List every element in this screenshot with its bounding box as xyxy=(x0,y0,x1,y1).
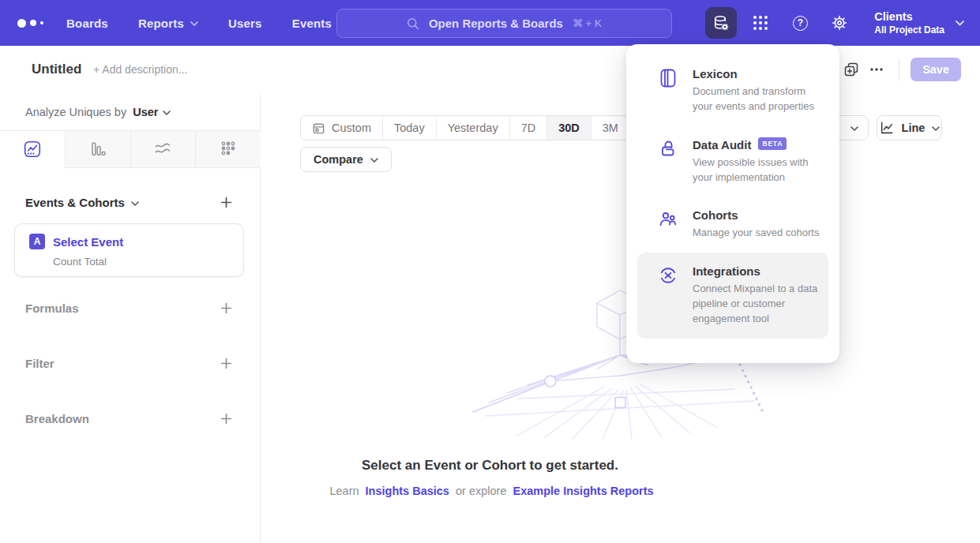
analyze-unit-value: User xyxy=(133,106,158,118)
navbar-right: ? Clients All Project Data xyxy=(705,0,980,46)
add-event-button[interactable] xyxy=(216,193,236,212)
add-formula-button[interactable] xyxy=(216,298,236,318)
nav-boards-label: Boards xyxy=(66,17,108,30)
chart-style-value: Line xyxy=(902,122,926,134)
menu-item-description: Connect Mixpanel to a data pipeline or c… xyxy=(693,282,820,327)
integrations-icon xyxy=(658,265,678,286)
events-cohorts-label: Events & Cohorts xyxy=(25,196,125,209)
date-range-30d[interactable]: 30D xyxy=(547,116,591,140)
report-title[interactable]: Untitled xyxy=(32,62,81,77)
date-option-label: Yesterday xyxy=(448,122,498,134)
filter-label: Filter xyxy=(25,357,54,370)
menu-item-description: Document and transform your events and p… xyxy=(693,84,820,114)
explore-middle-text: or explore xyxy=(456,485,506,497)
query-builder-sidebar: Analyze Uniques by User xyxy=(0,95,261,543)
duplicate-report-button[interactable] xyxy=(839,57,864,82)
chevron-down-icon xyxy=(131,201,139,206)
date-range-today[interactable]: Today xyxy=(383,116,437,140)
example-reports-link[interactable]: Example Insights Reports xyxy=(513,485,653,497)
tab-stacked-chart[interactable] xyxy=(131,131,197,167)
menu-item-lexicon[interactable]: Lexicon Document and transform your even… xyxy=(637,55,828,126)
global-search-bar[interactable]: Open Reports & Boards ⌘ + K xyxy=(336,9,672,38)
event-card[interactable]: A Select Event Count Total xyxy=(14,223,244,277)
nav-reports[interactable]: Reports xyxy=(138,9,198,38)
chevron-down-icon xyxy=(163,110,171,115)
menu-item-title: Cohorts xyxy=(693,208,738,222)
event-aggregation[interactable]: Count Total xyxy=(53,256,231,268)
breakdown-section: Breakdown xyxy=(25,409,236,429)
date-option-label: Custom xyxy=(332,122,371,134)
top-navbar: Boards Reports Users Events Open Reports… xyxy=(0,0,980,46)
menu-item-description: View possible issues with your implement… xyxy=(693,155,820,185)
menu-item-description: Manage your saved cohorts xyxy=(693,226,820,241)
apps-grid-button[interactable] xyxy=(745,7,776,39)
events-cohorts-dropdown[interactable]: Events & Cohorts xyxy=(25,196,139,209)
gear-icon xyxy=(831,14,848,32)
empty-state: Select an Event or Cohort to get started… xyxy=(261,458,719,497)
chart-type-tabs xyxy=(0,130,261,168)
project-selector[interactable]: Clients All Project Data xyxy=(874,9,964,36)
settings-button[interactable] xyxy=(824,7,855,39)
help-button[interactable]: ? xyxy=(784,7,816,39)
primary-nav: Boards Reports Users Events xyxy=(66,9,362,38)
search-placeholder: Open Reports & Boards xyxy=(429,17,563,30)
analyze-label: Analyze Uniques by xyxy=(25,106,126,118)
events-cohorts-header: Events & Cohorts xyxy=(25,193,236,212)
date-range-7d[interactable]: 7D xyxy=(510,116,548,140)
tab-line-chart[interactable] xyxy=(0,131,66,168)
breakdown-label: Breakdown xyxy=(25,412,89,425)
data-management-button[interactable] xyxy=(705,7,737,39)
report-canvas: Custom Today Yesterday 7D 30D 3M 6M Comp… xyxy=(261,95,980,543)
line-chart-icon xyxy=(23,140,42,159)
date-range-yesterday[interactable]: Yesterday xyxy=(437,116,510,140)
add-filter-button[interactable] xyxy=(216,354,236,373)
more-options-button[interactable] xyxy=(864,57,889,82)
date-range-custom[interactable]: Custom xyxy=(301,116,383,140)
date-option-label: 3M xyxy=(603,122,618,134)
search-shortcut: ⌘ + K xyxy=(573,17,602,29)
formulas-section: Formulas xyxy=(25,298,236,318)
date-range-3m[interactable]: 3M xyxy=(591,116,630,140)
date-option-label: Today xyxy=(394,122,425,134)
nav-users-label: Users xyxy=(228,17,262,30)
database-gear-icon xyxy=(712,14,730,32)
bar-chart-icon xyxy=(88,140,107,159)
menu-item-data-audit[interactable]: Data Audit BETA View possible issues wit… xyxy=(637,126,828,197)
line-chart-icon xyxy=(879,120,895,136)
cohorts-icon xyxy=(658,209,678,230)
add-breakdown-button[interactable] xyxy=(216,409,236,429)
mixpanel-logo[interactable] xyxy=(17,19,52,28)
chevron-down-icon xyxy=(370,158,378,163)
tab-metrics-grid[interactable] xyxy=(196,131,261,167)
date-option-label: 30D xyxy=(558,122,580,134)
beta-badge: BETA xyxy=(758,137,787,150)
empty-state-title: Select an Event or Cohort to get started… xyxy=(261,458,719,474)
compare-dropdown[interactable]: Compare xyxy=(300,147,392,172)
menu-item-title: Lexicon xyxy=(693,67,738,81)
calendar-icon xyxy=(312,122,325,135)
data-audit-icon xyxy=(658,139,678,159)
toolbar-divider xyxy=(899,58,899,81)
lexicon-icon xyxy=(658,68,678,88)
menu-item-integrations[interactable]: Integrations Connect Mixpanel to a data … xyxy=(637,253,828,339)
apps-grid-icon xyxy=(752,14,769,32)
report-description-placeholder[interactable]: + Add description... xyxy=(93,63,187,76)
select-event-label[interactable]: Select Event xyxy=(53,235,123,249)
compare-label: Compare xyxy=(314,153,363,166)
insights-basics-link[interactable]: Insights Basics xyxy=(366,485,449,497)
menu-item-cohorts[interactable]: Cohorts Manage your saved cohorts xyxy=(637,197,828,253)
chevron-down-icon xyxy=(956,21,964,26)
nav-events[interactable]: Events xyxy=(292,9,332,38)
tab-bar-chart[interactable] xyxy=(66,131,131,167)
nav-boards[interactable]: Boards xyxy=(66,9,108,38)
nav-users[interactable]: Users xyxy=(228,9,262,38)
metrics-grid-icon xyxy=(219,140,238,159)
menu-item-title: Data Audit xyxy=(693,138,751,152)
learn-prefix: Learn xyxy=(329,485,359,497)
filter-section: Filter xyxy=(25,354,236,373)
save-button[interactable]: Save xyxy=(911,58,961,81)
project-org-name: Clients xyxy=(874,9,944,24)
analyze-unit-dropdown[interactable]: User xyxy=(133,106,171,118)
date-option-label: 7D xyxy=(521,122,536,134)
chart-style-dropdown[interactable]: Line xyxy=(877,115,942,140)
